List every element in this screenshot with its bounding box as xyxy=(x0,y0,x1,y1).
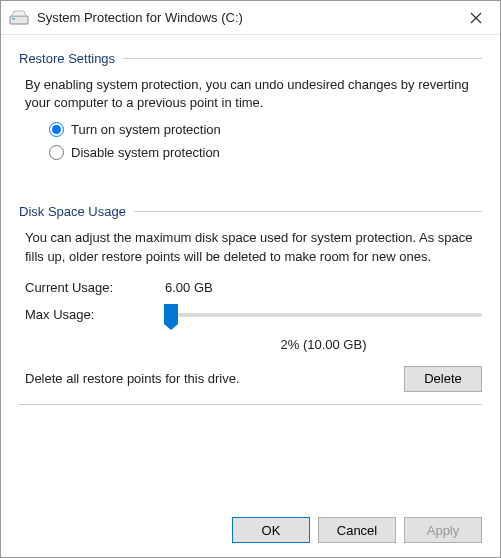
window-title: System Protection for Windows (C:) xyxy=(37,10,456,25)
slider-thumb[interactable] xyxy=(164,304,178,324)
max-usage-label: Max Usage: xyxy=(25,307,165,322)
current-usage-row: Current Usage: 6.00 GB xyxy=(25,280,482,295)
slider-value-text: 2% (10.00 GB) xyxy=(165,337,482,352)
footer-separator xyxy=(19,404,482,405)
protection-radio-group: Turn on system protection Disable system… xyxy=(49,122,482,160)
disk-description: You can adjust the maximum disk space us… xyxy=(19,229,482,265)
restore-settings-header: Restore Settings xyxy=(19,51,482,66)
drive-icon xyxy=(9,10,31,26)
restore-heading: Restore Settings xyxy=(19,51,115,66)
delete-button[interactable]: Delete xyxy=(404,366,482,392)
divider xyxy=(123,58,482,59)
max-usage-slider[interactable] xyxy=(165,301,482,329)
disk-heading: Disk Space Usage xyxy=(19,204,126,219)
radio-disable-input[interactable] xyxy=(49,145,64,160)
apply-button[interactable]: Apply xyxy=(404,517,482,543)
delete-row: Delete all restore points for this drive… xyxy=(25,366,482,392)
restore-description: By enabling system protection, you can u… xyxy=(19,76,482,112)
radio-turn-on-input[interactable] xyxy=(49,122,64,137)
svg-rect-1 xyxy=(12,18,15,20)
titlebar: System Protection for Windows (C:) xyxy=(1,1,500,35)
close-button[interactable] xyxy=(456,3,496,33)
footer-buttons: OK Cancel Apply xyxy=(1,505,500,557)
ok-button[interactable]: OK xyxy=(232,517,310,543)
max-usage-row: Max Usage: xyxy=(25,301,482,329)
cancel-button[interactable]: Cancel xyxy=(318,517,396,543)
slider-track xyxy=(165,313,482,317)
current-usage-value: 6.00 GB xyxy=(165,280,213,295)
delete-description: Delete all restore points for this drive… xyxy=(25,371,404,386)
content-area: Restore Settings By enabling system prot… xyxy=(1,35,500,505)
radio-turn-on[interactable]: Turn on system protection xyxy=(49,122,482,137)
divider xyxy=(134,211,482,212)
current-usage-label: Current Usage: xyxy=(25,280,165,295)
disk-usage-header: Disk Space Usage xyxy=(19,204,482,219)
radio-turn-on-label: Turn on system protection xyxy=(71,122,221,137)
dialog-window: System Protection for Windows (C:) Resto… xyxy=(0,0,501,558)
radio-disable[interactable]: Disable system protection xyxy=(49,145,482,160)
radio-disable-label: Disable system protection xyxy=(71,145,220,160)
svg-rect-0 xyxy=(10,16,28,24)
